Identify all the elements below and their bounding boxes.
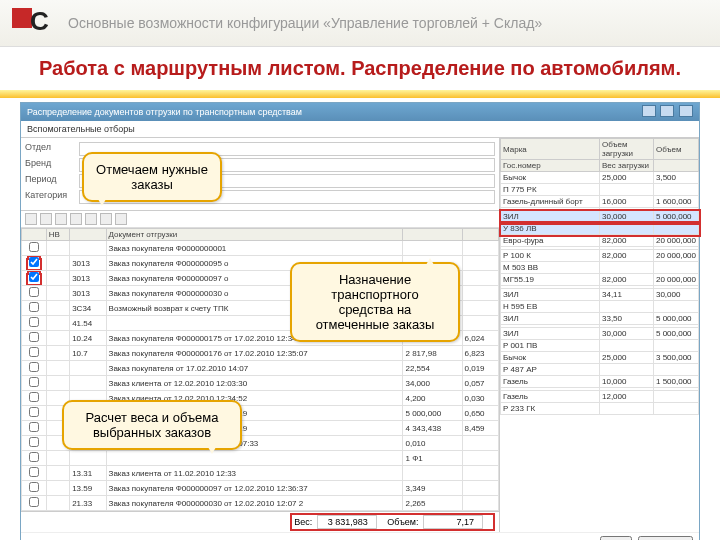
cell: 13.31 — [70, 466, 106, 481]
table-row[interactable]: 13.31Заказ клиента от 11.02.2010 12:33 — [22, 466, 499, 481]
vehicle-row[interactable]: Газель10,0001 500,000 — [501, 376, 699, 388]
col-header[interactable] — [462, 229, 498, 241]
cell — [653, 223, 698, 235]
vehicle-subrow[interactable]: Р 233 ГК — [501, 403, 699, 415]
row-checkbox[interactable] — [29, 302, 39, 312]
callout-calculate: Расчет веса и объема выбранных заказов — [62, 400, 242, 450]
close-icon[interactable] — [679, 105, 693, 117]
vehicle-subrow[interactable]: Н 595 ЕВ — [501, 301, 699, 313]
row-checkbox[interactable] — [29, 497, 39, 507]
col-header[interactable] — [22, 229, 47, 241]
callout-assign-vehicle: Назначение транспортного средства на отм… — [290, 262, 460, 342]
cell — [46, 451, 69, 466]
col-header[interactable]: Объем загрузки — [600, 139, 654, 160]
cell: ЗИЛ — [501, 289, 600, 301]
cell: Заказ покупателя Ф000000030 от 12.02.201… — [106, 496, 403, 511]
table-row[interactable]: 21.33Заказ покупателя Ф000000030 от 12.0… — [22, 496, 499, 511]
vehicle-subrow[interactable]: Р 001 ПВ — [501, 340, 699, 352]
vehicle-row[interactable]: Газель-длинный борт16,0001 600,000 — [501, 196, 699, 208]
col-header[interactable]: Марка — [501, 139, 600, 160]
maximize-icon[interactable] — [660, 105, 674, 117]
table-row[interactable]: 10.7Заказ покупателя Ф000000176 от 17.02… — [22, 346, 499, 361]
col-header[interactable] — [403, 229, 462, 241]
tool-icon[interactable] — [40, 213, 52, 225]
tool-icon[interactable] — [55, 213, 67, 225]
tool-icon[interactable] — [25, 213, 37, 225]
cell: 22,554 — [403, 361, 462, 376]
cell: 2,265 — [403, 496, 462, 511]
row-checkbox[interactable] — [29, 242, 39, 252]
row-checkbox[interactable] — [29, 287, 39, 297]
vehicle-row[interactable]: Р 100 К82,00020 000,000 — [501, 250, 699, 262]
table-row[interactable]: 1 Ф1 — [22, 451, 499, 466]
row-checkbox[interactable] — [29, 272, 39, 282]
cell: 1 600,000 — [653, 196, 698, 208]
col-header[interactable]: НВ — [46, 229, 69, 241]
vehicle-row[interactable]: ЗИЛ34,1130,000 — [501, 289, 699, 301]
decor-bar — [0, 90, 720, 98]
tool-icon[interactable] — [70, 213, 82, 225]
vehicle-row[interactable]: Газель12,000 — [501, 391, 699, 403]
cell — [462, 451, 498, 466]
row-checkbox[interactable] — [29, 362, 39, 372]
ok-button[interactable]: ОК — [600, 536, 632, 540]
row-checkbox[interactable] — [29, 437, 39, 447]
minimize-icon[interactable] — [642, 105, 656, 117]
cell: 34,11 — [600, 289, 654, 301]
cell: 3013 — [70, 256, 106, 271]
cell — [46, 481, 69, 496]
cell — [462, 316, 498, 331]
cell: П 775 РК — [501, 184, 600, 196]
tool-icon[interactable] — [100, 213, 112, 225]
cell: Евро-фура — [501, 235, 600, 247]
row-checkbox[interactable] — [29, 332, 39, 342]
col-header[interactable]: Объем — [653, 139, 698, 160]
row-checkbox[interactable] — [29, 467, 39, 477]
cell — [46, 271, 69, 286]
cell — [46, 376, 69, 391]
close-button[interactable]: Закрыть — [638, 536, 693, 540]
vehicle-row[interactable]: МГ55.1982,00020 000,000 — [501, 274, 699, 286]
col-subheader — [653, 160, 698, 172]
vehicle-row[interactable]: Бычок25,0003 500,000 — [501, 352, 699, 364]
cell: 5 000,000 — [653, 211, 698, 223]
vehicle-row[interactable]: Бычок25,0003,500 — [501, 172, 699, 184]
row-checkbox[interactable] — [29, 452, 39, 462]
col-header[interactable]: Документ отгрузки — [106, 229, 403, 241]
vehicle-subrow[interactable]: М 503 ВВ — [501, 262, 699, 274]
vehicle-row[interactable]: Евро-фура82,00020 000,000 — [501, 235, 699, 247]
cell: 82,000 — [600, 274, 654, 286]
row-checkbox[interactable] — [29, 407, 39, 417]
row-checkbox[interactable] — [29, 317, 39, 327]
cell — [46, 241, 69, 256]
cell — [46, 286, 69, 301]
row-checkbox[interactable] — [29, 482, 39, 492]
cell — [600, 301, 654, 313]
cell — [462, 481, 498, 496]
table-row[interactable]: Заказ покупателя от 17.02.2010 14:0722,5… — [22, 361, 499, 376]
vehicle-subrow[interactable]: У 836 ЛВ — [501, 223, 699, 235]
tool-icon[interactable] — [115, 213, 127, 225]
vehicle-row[interactable]: ЗИЛ30,0005 000,000 — [501, 211, 699, 223]
cell: 30,000 — [653, 289, 698, 301]
window-titlebar[interactable]: Распределение документов отгрузки по тра… — [21, 103, 699, 121]
col-header[interactable] — [70, 229, 106, 241]
tool-icon[interactable] — [85, 213, 97, 225]
cell — [46, 331, 69, 346]
vehicle-row[interactable]: ЗИЛ33,505 000,000 — [501, 313, 699, 325]
row-checkbox[interactable] — [29, 347, 39, 357]
row-checkbox[interactable] — [29, 377, 39, 387]
table-row[interactable]: 13.59Заказ покупателя Ф000000097 от 12.0… — [22, 481, 499, 496]
col-subheader: Вес загрузки — [600, 160, 654, 172]
filter-label: Категория — [25, 190, 75, 204]
totals-highlight: Вес: 3 831,983 Объем: 7,17 — [292, 515, 493, 529]
vehicle-subrow[interactable]: Р 487 АР — [501, 364, 699, 376]
row-checkbox[interactable] — [29, 422, 39, 432]
table-row[interactable]: Заказ клиента от 12.02.2010 12:03:3034,0… — [22, 376, 499, 391]
row-checkbox[interactable] — [29, 257, 39, 267]
filter-label: Отдел — [25, 142, 75, 156]
vehicle-row[interactable]: ЗИЛ30,0005 000,000 — [501, 328, 699, 340]
vehicle-subrow[interactable]: П 775 РК — [501, 184, 699, 196]
cell: ЗИЛ — [501, 313, 600, 325]
row-checkbox[interactable] — [29, 392, 39, 402]
